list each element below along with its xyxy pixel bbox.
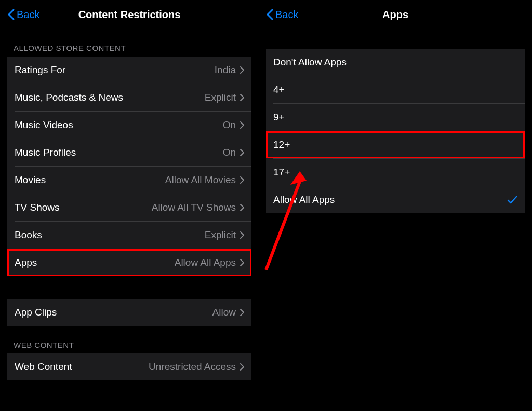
row-label: Music, Podcasts & News	[15, 92, 123, 103]
row-value-wrap: Explicit	[205, 229, 244, 241]
row-web-content[interactable]: Web Content Unrestricted Access	[7, 353, 251, 380]
row-value: Allow All TV Shows	[152, 202, 236, 213]
row-value-wrap: On	[223, 119, 244, 131]
chevron-right-icon	[240, 149, 244, 156]
row-label: Apps	[15, 257, 37, 268]
row-label: Music Profiles	[15, 147, 76, 158]
row-value-wrap: Allow All Movies	[165, 174, 244, 186]
option-allow-all-apps[interactable]: Allow All Apps	[266, 186, 525, 213]
chevron-right-icon	[240, 309, 244, 316]
row-value: India	[215, 64, 236, 76]
chevron-right-icon	[240, 231, 244, 239]
section-web-content: Web Content	[0, 326, 259, 353]
chevron-left-icon	[266, 9, 273, 20]
option-label: 12+	[273, 139, 290, 150]
row-value-wrap: Unrestricted Access	[149, 361, 244, 373]
row-value: Allow	[212, 307, 236, 318]
chevron-right-icon	[240, 66, 244, 74]
allowed-store-group: Ratings For India Music, Podcasts & News…	[7, 57, 251, 276]
chevron-right-icon	[240, 204, 244, 211]
row-value-wrap: India	[215, 64, 244, 76]
option-dont-allow-apps[interactable]: Don't Allow Apps	[266, 49, 525, 76]
row-label: Books	[15, 229, 42, 241]
row-value: Allow All Movies	[165, 174, 236, 186]
row-music-videos[interactable]: Music Videos On	[7, 112, 251, 139]
option-17plus[interactable]: 17+	[266, 159, 525, 186]
row-value: On	[223, 147, 236, 158]
chevron-right-icon	[240, 94, 244, 101]
chevron-right-icon	[240, 121, 244, 129]
app-clips-group: App Clips Allow	[7, 299, 251, 326]
option-12plus[interactable]: 12+	[266, 131, 525, 158]
row-music-profiles[interactable]: Music Profiles On	[7, 139, 251, 166]
nav-bar-left: Back Content Restrictions	[0, 0, 259, 29]
row-books[interactable]: Books Explicit	[7, 222, 251, 249]
row-value: Unrestricted Access	[149, 361, 236, 373]
row-label: Music Videos	[15, 119, 73, 131]
apps-panel: Back Apps Don't Allow Apps 4+ 9+ 12+ 17+…	[259, 0, 532, 411]
row-value-wrap: Allow	[212, 307, 244, 318]
option-label: Allow All Apps	[273, 194, 335, 206]
row-music-podcasts-news[interactable]: Music, Podcasts & News Explicit	[7, 84, 251, 111]
option-label: 9+	[273, 112, 285, 123]
row-label: Ratings For	[15, 64, 65, 76]
spacer	[0, 276, 259, 299]
chevron-right-icon	[240, 363, 244, 371]
row-tv-shows[interactable]: TV Shows Allow All TV Shows	[7, 194, 251, 221]
row-ratings-for[interactable]: Ratings For India	[7, 57, 251, 84]
row-value: Explicit	[205, 92, 236, 103]
row-value-wrap: Explicit	[205, 92, 244, 103]
row-value: On	[223, 119, 236, 131]
checkmark-icon	[507, 195, 517, 204]
chevron-left-icon	[7, 9, 15, 20]
option-label: 17+	[273, 167, 290, 178]
row-label: Web Content	[15, 361, 72, 373]
option-label: 4+	[273, 84, 285, 95]
row-value-wrap: Allow All TV Shows	[152, 202, 244, 213]
content-restrictions-panel: Back Content Restrictions Allowed Store …	[0, 0, 259, 411]
row-value: Explicit	[205, 229, 236, 241]
chevron-right-icon	[240, 176, 244, 184]
row-label: App Clips	[15, 307, 57, 318]
option-label: Don't Allow Apps	[273, 57, 347, 68]
row-apps[interactable]: Apps Allow All Apps	[7, 249, 251, 276]
back-label: Back	[275, 9, 298, 21]
option-4plus[interactable]: 4+	[266, 76, 525, 103]
row-app-clips[interactable]: App Clips Allow	[7, 299, 251, 326]
page-title: Apps	[259, 9, 532, 21]
section-allowed-store-content: Allowed Store Content	[0, 29, 259, 57]
back-label: Back	[17, 9, 39, 21]
row-value: Allow All Apps	[175, 257, 236, 268]
back-button[interactable]: Back	[266, 9, 298, 21]
option-9plus[interactable]: 9+	[266, 104, 525, 131]
back-button[interactable]: Back	[7, 9, 39, 21]
row-label: Movies	[15, 174, 46, 186]
spacer	[259, 29, 532, 49]
chevron-right-icon	[240, 259, 244, 266]
web-content-group: Web Content Unrestricted Access	[7, 353, 251, 380]
row-value-wrap: Allow All Apps	[175, 257, 244, 268]
row-label: TV Shows	[15, 202, 60, 213]
nav-bar-right: Back Apps	[259, 0, 532, 29]
row-value-wrap: On	[223, 147, 244, 158]
apps-options-group: Don't Allow Apps 4+ 9+ 12+ 17+ Allow All…	[266, 49, 525, 213]
row-movies[interactable]: Movies Allow All Movies	[7, 167, 251, 194]
